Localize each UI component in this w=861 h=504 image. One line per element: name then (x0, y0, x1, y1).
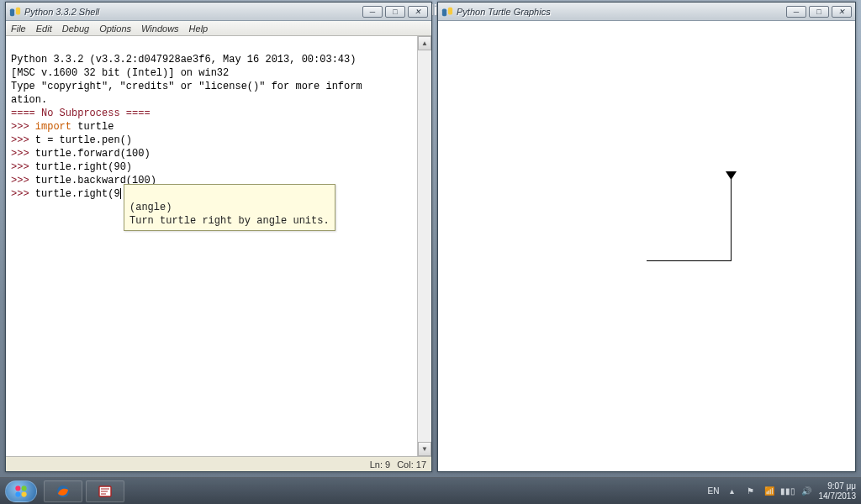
start-button[interactable] (5, 480, 37, 502)
flag-icon[interactable]: ⚑ (745, 486, 757, 497)
minimize-button[interactable]: ─ (362, 6, 383, 18)
svg-rect-1 (16, 7, 20, 14)
menu-edit[interactable]: Edit (36, 24, 52, 34)
turtle-path-vertical (731, 176, 732, 260)
menu-debug[interactable]: Debug (62, 24, 89, 34)
chevron-up-icon[interactable]: ▴ (726, 486, 738, 497)
text-cursor (120, 188, 121, 199)
turtle-window: Python Turtle Graphics ─ □ ✕ (437, 2, 856, 472)
nosubprocess-line: ==== No Subprocess ==== (11, 108, 151, 119)
windows-logo-icon (13, 484, 29, 499)
volume-icon[interactable]: 🔊 (800, 486, 812, 497)
svg-rect-2 (442, 8, 446, 16)
code: t = turtle.pen() (35, 134, 132, 146)
turtle-cursor-icon (725, 171, 737, 181)
taskbar: EN ▴ ⚑ 📶 ▮▮▯ 🔊 9:07 μμ 14/7/2013 (0, 477, 861, 504)
svg-point-7 (15, 491, 20, 496)
svg-point-6 (22, 486, 27, 491)
menu-windows[interactable]: Windows (141, 24, 179, 34)
python-icon (9, 6, 21, 18)
clock[interactable]: 9:07 μμ 14/7/2013 (819, 481, 857, 501)
signal-icon[interactable]: ▮▮▯ (782, 486, 794, 497)
code: turtle.right(9 (35, 188, 120, 200)
calltip-doc: Turn turtle right by angle units. (129, 215, 330, 227)
code: turtle.forward(100) (35, 148, 151, 160)
taskbar-app-2[interactable] (86, 480, 124, 502)
firefox-icon (55, 484, 71, 499)
shell-title: Python 3.3.2 Shell (24, 7, 362, 17)
scroll-up-button[interactable]: ▲ (418, 36, 431, 50)
maximize-button[interactable]: □ (809, 6, 829, 18)
shell-titlebar[interactable]: Python 3.3.2 Shell ─ □ ✕ (6, 3, 431, 21)
vertical-scrollbar[interactable]: ▲ ▼ (417, 36, 431, 456)
clock-date: 14/7/2013 (819, 491, 857, 501)
minimize-button[interactable]: ─ (786, 6, 806, 18)
turtle-canvas (438, 21, 855, 471)
scroll-down-button[interactable]: ▼ (418, 442, 431, 456)
taskbar-buttons (44, 480, 124, 502)
taskbar-app-1[interactable] (44, 480, 82, 502)
menu-options[interactable]: Options (99, 24, 131, 34)
svg-rect-0 (10, 8, 14, 16)
shell-text-area[interactable]: Python 3.3.2 (v3.3.2:d047928ae3f6, May 1… (6, 36, 417, 456)
svg-point-5 (15, 486, 20, 491)
turtle-titlebar[interactable]: Python Turtle Graphics ─ □ ✕ (438, 3, 855, 21)
desktop: { "watermark": "www.Bandicam.com", "shel… (0, 0, 861, 504)
menu-file[interactable]: File (11, 24, 26, 34)
menu-help[interactable]: Help (189, 24, 209, 34)
language-indicator[interactable]: EN (708, 486, 720, 496)
idle-shell-window: Python 3.3.2 Shell ─ □ ✕ File Edit Debug… (5, 2, 432, 472)
system-tray: EN ▴ ⚑ 📶 ▮▮▯ 🔊 9:07 μμ 14/7/2013 (708, 481, 856, 501)
close-button[interactable]: ✕ (408, 6, 428, 18)
shell-menubar: File Edit Debug Options Windows Help (6, 21, 431, 36)
calltip-signature: (angle) (129, 202, 172, 213)
turtle-path-horizontal (647, 260, 732, 261)
scroll-track[interactable] (418, 50, 431, 442)
status-column: Col: 17 (397, 459, 426, 470)
banner-line: [MSC v.1600 32 bit (Intel)] on win32 (11, 67, 229, 79)
svg-point-8 (22, 491, 27, 496)
status-line: Ln: 9 (370, 459, 390, 470)
code: turtle (71, 121, 114, 133)
calltip-tooltip: (angle) Turn turtle right by angle units… (124, 184, 335, 231)
close-button[interactable]: ✕ (832, 6, 852, 18)
maximize-button[interactable]: □ (385, 6, 405, 18)
shell-statusbar: Ln: 9 Col: 17 (6, 456, 431, 471)
banner-line: Python 3.3.2 (v3.3.2:d047928ae3f6, May 1… (11, 54, 356, 66)
svg-rect-3 (448, 7, 452, 14)
svg-marker-4 (726, 171, 737, 180)
clock-time: 9:07 μμ (819, 481, 857, 491)
turtle-title: Python Turtle Graphics (457, 7, 786, 17)
python-icon (441, 6, 453, 18)
network-icon[interactable]: 📶 (763, 486, 775, 497)
code: turtle.right(90) (35, 161, 132, 173)
keyword: import (35, 121, 71, 133)
idle-icon (98, 484, 113, 499)
banner-line: ation. (11, 94, 47, 106)
banner-line: Type "copyright", "credits" or "license(… (11, 81, 362, 92)
